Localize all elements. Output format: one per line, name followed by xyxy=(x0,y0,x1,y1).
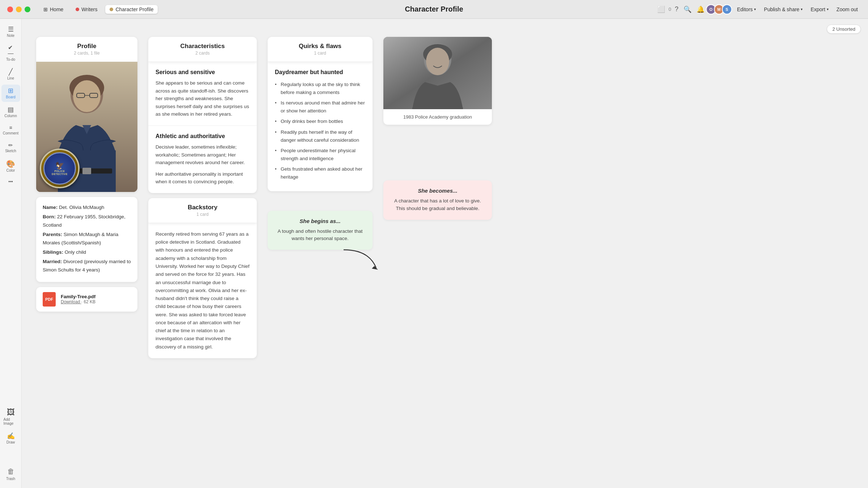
sidebar: ☰ Note ✔— To-do ╱ Line ⊞ Board ▤ Column … xyxy=(0,19,22,488)
badge-eagle-icon: 🦅 xyxy=(55,161,64,170)
tab-character-profile[interactable]: Character Profile xyxy=(105,5,158,14)
sidebar-item-line[interactable]: ╱ Line xyxy=(1,66,20,83)
arc-begin-card: She begins as... A tough and often hosti… xyxy=(268,211,373,250)
arc-becomes-card: She becomes... A character that has a lo… xyxy=(383,180,492,220)
tab-writers[interactable]: Writers xyxy=(71,5,102,14)
comment-icon: ≡ xyxy=(9,125,12,130)
characteristics-column: Characteristics 2 cards Serious and sens… xyxy=(148,37,257,358)
profile-header: Profile 2 cards, 1 file xyxy=(36,37,137,62)
publish-share-button[interactable]: Publish & share ▾ xyxy=(761,5,805,14)
file-size: 62 KB xyxy=(84,299,95,304)
sidebar-item-comment[interactable]: ≡ Comment xyxy=(1,122,20,138)
photo-caption: 1983 Police Academy graduation xyxy=(383,109,492,125)
profile-title: Profile xyxy=(42,43,132,50)
profile-card: Profile 2 cards, 1 file xyxy=(36,37,137,192)
tablet-icon[interactable]: ⬜ xyxy=(656,4,667,15)
quirks-list: Regularly looks up at the sky to think b… xyxy=(275,81,365,181)
file-download[interactable]: Download · 62 KB xyxy=(61,299,95,304)
editors-chevron: ▾ xyxy=(754,7,756,11)
download-link[interactable]: Download xyxy=(61,299,81,304)
traffic-lights xyxy=(7,7,30,12)
list-item: Only drinks beer from bottles xyxy=(275,117,365,125)
more-icon: ••• xyxy=(8,180,13,184)
sidebar-item-todo[interactable]: ✔— To-do xyxy=(1,42,20,64)
bw-photo xyxy=(383,37,492,109)
quirks-content: Daydreamer but haunted Regularly looks u… xyxy=(268,62,373,191)
editors-button[interactable]: Editors ▾ xyxy=(734,5,759,14)
todo-icon: ✔— xyxy=(8,45,14,56)
page-title: Character Profile xyxy=(405,5,463,13)
search-icon[interactable]: 🔍 xyxy=(682,4,693,15)
svg-point-3 xyxy=(73,80,101,112)
notifications-icon[interactable]: 🔔 xyxy=(695,4,706,15)
arc-becomes-text: A character that has a lot of love to gi… xyxy=(391,197,485,213)
backstory-header: Backstory 1 card xyxy=(148,198,257,223)
char2-text1: Decisive leader, sometimes inflexible; w… xyxy=(156,143,250,167)
sidebar-item-more[interactable]: ••• xyxy=(1,177,20,187)
writers-label: Writers xyxy=(81,7,97,12)
married-label: Married: xyxy=(43,259,63,264)
sidebar-item-draw[interactable]: ✍ Draw xyxy=(1,430,20,447)
sidebar-item-add-image[interactable]: 🖼 Add Image xyxy=(1,406,20,428)
arc-becomes-title: She becomes... xyxy=(391,188,485,194)
info-married-row: Married: Divorced (previously married to… xyxy=(43,258,131,274)
bw-photo-svg xyxy=(383,37,492,109)
siblings-label: Siblings: xyxy=(43,249,65,255)
list-item: Gets frustrated when asked about her her… xyxy=(275,165,365,181)
svg-marker-10 xyxy=(372,266,378,270)
svg-rect-9 xyxy=(82,168,91,174)
char2-text2: Her authoritative personality is importa… xyxy=(156,170,250,186)
trash-icon: 🗑 xyxy=(7,467,14,476)
parents-label: Parents: xyxy=(43,232,64,237)
svg-rect-15 xyxy=(412,107,463,109)
tab-home[interactable]: ⊞ Home xyxy=(39,5,68,14)
police-badge-overlay: 🦅 POLICEDETECTIVE xyxy=(40,149,80,188)
export-chevron: ▾ xyxy=(827,7,829,11)
sidebar-item-column[interactable]: ▤ Column xyxy=(1,103,20,121)
arc-arrow-svg xyxy=(340,246,383,275)
info-parents-row: Parents: Simon McMaugh & Maria Morales (… xyxy=(43,231,131,247)
unsorted-badge[interactable]: 2 Unsorted xyxy=(827,25,861,34)
profile-file-card: PDF Family-Tree.pdf Download · 62 KB xyxy=(36,287,137,312)
profile-photo-container: 🦅 POLICEDETECTIVE xyxy=(36,62,137,192)
info-name-row: Name: Det. Olivia McMaugh xyxy=(43,204,131,212)
zoom-out-button[interactable]: Zoom out xyxy=(834,5,861,14)
sketch-icon: ✏ xyxy=(8,142,13,148)
profile-info-card: Name: Det. Olivia McMaugh Born: 22 Febru… xyxy=(36,197,137,282)
char2-title: Athletic and authoritative xyxy=(156,133,250,140)
pdf-icon: PDF xyxy=(43,292,56,307)
sidebar-item-board[interactable]: ⊞ Board xyxy=(1,85,20,102)
quirk-main-title: Daydreamer but haunted xyxy=(275,69,365,76)
list-item: Is nervous around men that admire her or… xyxy=(275,99,365,115)
file-name: Family-Tree.pdf xyxy=(61,294,95,299)
board-icon: ⊞ xyxy=(8,87,13,94)
badge-inner: 🦅 POLICEDETECTIVE xyxy=(43,152,76,185)
add-image-icon: 🖼 xyxy=(7,408,15,416)
photo-card: 1983 Police Academy graduation xyxy=(383,37,492,125)
close-button[interactable] xyxy=(7,7,13,12)
quirks-header: Quirks & flaws 1 card xyxy=(268,37,373,62)
draw-icon: ✍ xyxy=(7,433,15,439)
quirks-meta: 1 card xyxy=(273,51,367,56)
list-item: Readily puts herself in the way of dange… xyxy=(275,128,365,144)
characteristics-header: Characteristics 2 cards xyxy=(148,37,257,62)
minimize-button[interactable] xyxy=(16,7,22,12)
color-icon: 🎨 xyxy=(6,160,15,167)
sidebar-item-note[interactable]: ☰ Note xyxy=(1,23,20,40)
char-card-2: Athletic and authoritative Decisive lead… xyxy=(148,126,257,193)
sidebar-item-trash[interactable]: 🗑 Trash xyxy=(1,465,20,484)
char1-text: She appears to be serious and can come a… xyxy=(156,79,250,118)
line-icon: ╱ xyxy=(9,69,13,75)
export-button[interactable]: Export ▾ xyxy=(808,5,831,14)
col4: 1983 Police Academy graduation She becom… xyxy=(383,37,492,358)
file-info: Family-Tree.pdf Download · 62 KB xyxy=(61,294,95,304)
sidebar-item-sketch[interactable]: ✏ Sketch xyxy=(1,140,20,156)
char1-title: Serious and sensitive xyxy=(156,69,250,76)
maximize-button[interactable] xyxy=(25,7,30,12)
sidebar-item-color[interactable]: 🎨 Color xyxy=(1,157,20,175)
character-profile-label: Character Profile xyxy=(115,7,153,12)
backstory-title: Backstory xyxy=(154,204,251,211)
tablet-count: 0 xyxy=(669,7,671,12)
backstory-meta: 1 card xyxy=(154,212,251,217)
help-icon[interactable]: ? xyxy=(673,4,680,14)
